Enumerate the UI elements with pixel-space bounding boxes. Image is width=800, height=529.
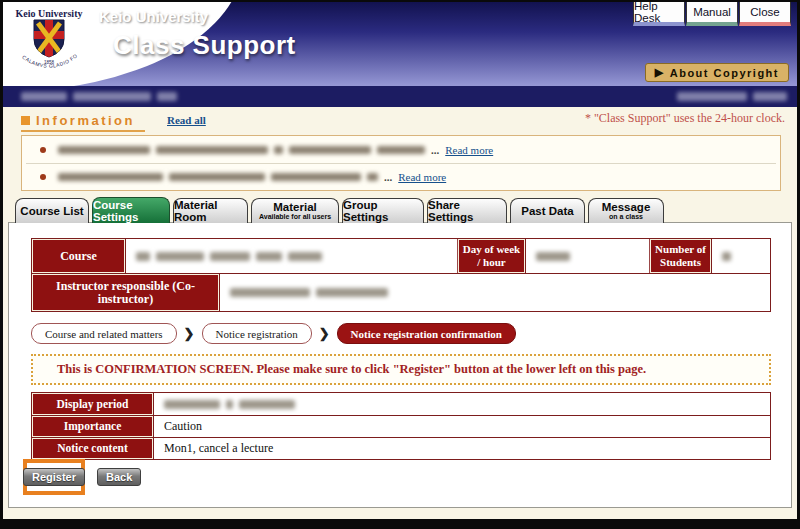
course-label: Course	[32, 239, 126, 273]
about-copyright-label: About Copyright	[670, 67, 779, 79]
redacted-news-text	[58, 146, 425, 154]
tab-group-settings[interactable]: Group Settings	[342, 198, 424, 223]
orange-square-icon	[21, 116, 30, 125]
bullet-icon	[40, 174, 46, 180]
redacted-student-count	[722, 252, 731, 261]
keio-university-logo: Keio University 1858 CALAMVS GLADIO FORT…	[11, 8, 87, 77]
redacted-display-period	[164, 400, 295, 409]
students-value	[712, 239, 770, 273]
day-of-week-value	[526, 239, 650, 273]
header-university-label: Keio University	[99, 8, 208, 25]
confirmation-message: This is CONFIRMATION SCREEN. Please make…	[57, 362, 646, 377]
importance-value: Caution	[154, 416, 770, 437]
information-title: Information	[36, 113, 135, 128]
about-copyright-button[interactable]: ▶ About Copyright	[645, 63, 789, 82]
redacted-user-info	[21, 92, 177, 101]
course-value	[126, 239, 458, 273]
header: Keio University 1858 CALAMVS GLADIO FORT…	[3, 2, 797, 88]
information-underline	[21, 130, 145, 132]
tab-message[interactable]: Message on a class	[588, 198, 664, 223]
logo-title: Keio University	[11, 8, 87, 19]
chevron-right-icon: ❯	[184, 326, 195, 342]
redacted-course-name	[136, 252, 322, 261]
step-notice-registration-confirmation: Notice registration confirmation	[337, 323, 516, 344]
register-button[interactable]: Register	[23, 468, 85, 486]
tab-course-settings[interactable]: Course Settings	[92, 197, 170, 223]
importance-label: Importance	[32, 416, 154, 437]
tab-past-data[interactable]: Past Data	[510, 198, 585, 223]
course-info-table: Course Day of week / hour Number of Stud…	[31, 238, 771, 312]
register-highlight-annotation: Register	[23, 459, 85, 495]
table-row: Course Day of week / hour Number of Stud…	[32, 239, 770, 273]
confirmation-message-box: This is CONFIRMATION SCREEN. Please make…	[31, 354, 771, 385]
help-desk-button[interactable]: Help Desk	[633, 2, 685, 26]
tab-material[interactable]: Material Available for all users	[251, 198, 339, 223]
news-item: ... Read more	[22, 138, 780, 162]
header-nav: Help Desk Manual Close	[633, 2, 791, 26]
redacted-news-text	[58, 173, 378, 181]
tab-bar: Course List Course Settings Material Roo…	[15, 197, 664, 223]
step-notice-registration[interactable]: Notice registration	[202, 323, 312, 344]
instructor-label: Instructor responsible (Co-instructor)	[32, 274, 220, 311]
triangle-right-icon: ▶	[655, 66, 665, 79]
app-title: Class Support	[113, 30, 296, 61]
ellipsis: ...	[384, 171, 392, 183]
bullet-icon	[40, 147, 46, 153]
close-button[interactable]: Close	[739, 2, 791, 26]
tab-course-list[interactable]: Course List	[15, 198, 89, 223]
chevron-right-icon: ❯	[319, 326, 330, 342]
divider	[26, 163, 776, 164]
table-row: Display period	[32, 393, 770, 415]
notice-content-value: Mon1, cancel a lecture	[154, 438, 770, 459]
ellipsis: ...	[431, 144, 439, 156]
display-period-label: Display period	[32, 393, 154, 415]
class-support-page: Keio University 1858 CALAMVS GLADIO FORT…	[0, 0, 800, 529]
table-row: Instructor responsible (Co-instructor)	[32, 273, 770, 311]
breadcrumb: Course and related matters ❯ Notice regi…	[31, 323, 516, 344]
read-more-link[interactable]: Read more	[445, 144, 493, 156]
table-row: Notice content Mon1, cancel a lecture	[32, 437, 770, 459]
read-all-link[interactable]: Read all	[167, 114, 206, 126]
redacted-instructor-name	[230, 288, 388, 297]
manual-button[interactable]: Manual	[686, 2, 738, 26]
display-period-value	[154, 393, 770, 415]
information-header: Information	[21, 113, 135, 128]
notice-content-label: Notice content	[32, 438, 154, 459]
students-label: Number of Students	[650, 239, 712, 273]
notice-detail-table: Display period Importance Caution Notice…	[31, 392, 771, 460]
clock-note: * "Class Support" uses the 24-hour clock…	[585, 111, 785, 126]
day-of-week-label: Day of week / hour	[458, 239, 526, 273]
status-bar	[3, 86, 797, 107]
back-button[interactable]: Back	[97, 468, 141, 486]
step-course-and-related-matters[interactable]: Course and related matters	[31, 323, 177, 344]
instructor-value	[220, 274, 770, 311]
redacted-datetime	[677, 92, 787, 101]
tab-material-room[interactable]: Material Room	[173, 198, 248, 223]
keio-crest-icon: 1858 CALAMVS GLADIO FORTIOR	[13, 19, 85, 73]
tab-share-settings[interactable]: Share Settings	[427, 198, 507, 223]
read-more-link[interactable]: Read more	[398, 171, 446, 183]
redacted-day-hour	[536, 252, 570, 261]
news-item: ... Read more	[22, 165, 780, 189]
information-box: ... Read more ... Read more	[21, 135, 781, 191]
table-row: Importance Caution	[32, 415, 770, 437]
